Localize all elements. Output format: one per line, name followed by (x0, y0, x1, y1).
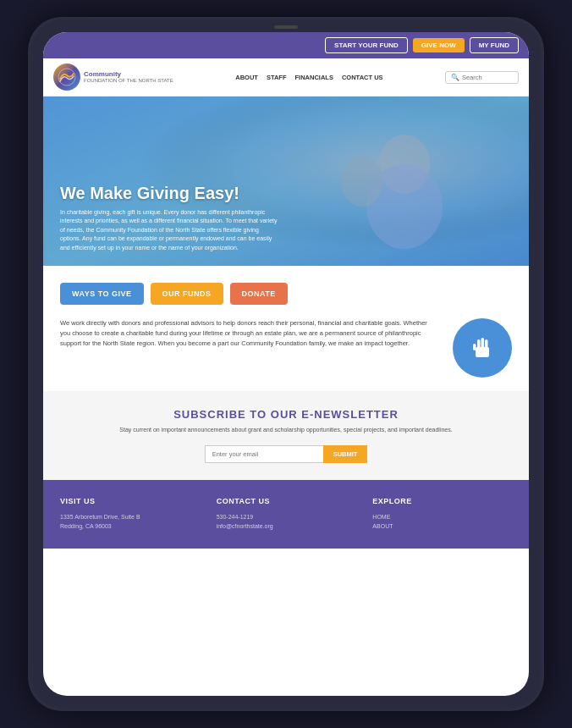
search-icon: 🔍 (451, 74, 459, 81)
content-with-icon: We work directly with donors and profess… (60, 318, 512, 378)
svg-rect-8 (485, 339, 488, 349)
footer-visit-address1: 1335 Arboretum Drive, Suite B (60, 512, 200, 522)
footer-contact-email: info@cfnorthstate.org (217, 521, 356, 532)
svg-rect-9 (473, 344, 476, 350)
footer-visit-us: VISIT US 1335 Arboretum Drive, Suite B R… (60, 497, 200, 532)
logo-svg (57, 67, 77, 87)
hero-title: We Make Giving Easy! (60, 184, 280, 203)
svg-rect-6 (477, 339, 481, 349)
my-fund-button[interactable]: MY FUND (470, 37, 519, 53)
footer-contact-phone: 530-244-1219 (217, 512, 356, 522)
nav-bar: Community FOUNDATION OF THE NORTH STATE … (43, 58, 529, 97)
website-content: START YOUR FUND GIVE NOW MY FUND Comm (43, 32, 529, 696)
subscribe-submit-button[interactable]: SUBMIT (323, 445, 368, 463)
subscribe-form: SUBMIT (60, 445, 512, 463)
nav-links: ABOUT STAFF FINANCIALS CONTACT US (184, 74, 435, 81)
logo-area: Community FOUNDATION OF THE NORTH STATE (53, 63, 173, 91)
search-box[interactable]: 🔍 (445, 71, 519, 84)
hero-section: We Make Giving Easy! In charitable givin… (43, 97, 529, 266)
footer-visit-address2: Redding, CA 96003 (60, 521, 200, 532)
nav-about[interactable]: ABOUT (235, 74, 258, 81)
subscribe-section: SUBSCRIBE TO OUR E-NEWSLETTER Stay curre… (43, 391, 529, 480)
footer-visit-title: VISIT US (60, 497, 200, 505)
ways-to-give-tab[interactable]: WAYS TO GIVE (60, 283, 144, 305)
footer-contact-us: CONTACT US 530-244-1219 info@cfnorthstat… (217, 497, 356, 532)
hero-content: We Make Giving Easy! In charitable givin… (43, 170, 297, 267)
logo-text: Community FOUNDATION OF THE NORTH STATE (84, 70, 173, 85)
subscribe-email-input[interactable] (205, 445, 323, 463)
footer-explore-title: EXPLORE (372, 497, 512, 505)
footer-explore: EXPLORE HOME ABOUT (372, 497, 512, 532)
search-input[interactable] (462, 74, 513, 81)
hand-icon-circle (453, 318, 512, 378)
tablet-frame: START YOUR FUND GIVE NOW MY FUND Comm (28, 17, 544, 711)
footer-explore-about[interactable]: ABOUT (372, 521, 512, 532)
content-body: We work directly with donors and profess… (60, 318, 439, 349)
nav-staff[interactable]: STAFF (267, 74, 287, 81)
subscribe-title: SUBSCRIBE TO OUR E-NEWSLETTER (60, 408, 512, 421)
footer: VISIT US 1335 Arboretum Drive, Suite B R… (43, 480, 529, 549)
top-bar: START YOUR FUND GIVE NOW MY FUND (43, 32, 529, 58)
tablet-screen: START YOUR FUND GIVE NOW MY FUND Comm (43, 32, 529, 696)
our-funds-tab[interactable]: OUR FUNDS (151, 283, 223, 305)
tab-buttons-row: WAYS TO GIVE OUR FUNDS DONATE (60, 283, 512, 305)
nav-contact[interactable]: CONTACT US (342, 74, 383, 81)
hand-icon (465, 330, 500, 366)
footer-explore-home[interactable]: HOME (372, 512, 512, 522)
donate-tab[interactable]: DONATE (230, 283, 288, 305)
logo-icon (53, 63, 80, 91)
svg-rect-7 (481, 338, 485, 349)
hero-description: In charitable giving, each gift is uniqu… (60, 208, 280, 253)
home-button (274, 25, 298, 29)
main-content-section: WAYS TO GIVE OUR FUNDS DONATE We work di… (43, 266, 529, 391)
subscribe-description: Stay current on important announcements … (60, 426, 512, 435)
nav-financials[interactable]: FINANCIALS (295, 74, 333, 81)
start-fund-button[interactable]: START YOUR FUND (325, 37, 408, 53)
footer-contact-title: CONTACT US (217, 497, 356, 505)
give-now-button[interactable]: GIVE NOW (413, 38, 465, 52)
